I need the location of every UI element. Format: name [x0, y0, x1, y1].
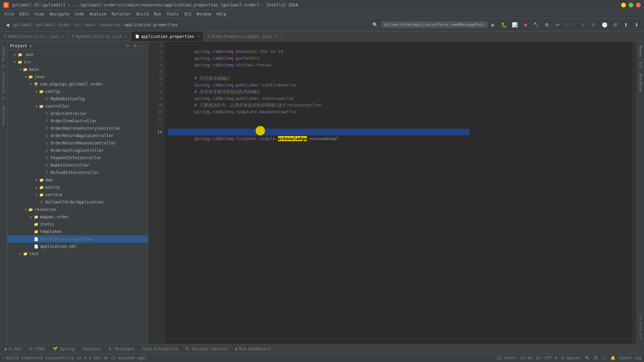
maximize-button[interactable] — [629, 3, 633, 7]
tree-item-myrabbitconfig[interactable]: ▶ C MyRabbitConfig — [7, 95, 148, 103]
tree-item-config[interactable]: ▼ 📂 config — [7, 88, 148, 95]
tree-item-package[interactable]: ▼ 📦 com.atguigu.gulimall.order — [7, 80, 148, 88]
project-settings-button[interactable]: ⚙ — [132, 43, 138, 49]
breadcrumb-resources[interactable]: resources — [99, 22, 120, 27]
git-clock-button[interactable]: 🕐 — [600, 20, 609, 29]
tree-item-static[interactable]: ▶ 📁 static — [7, 221, 148, 228]
bottom-tab-spring[interactable]: 🌱 Spring — [49, 345, 78, 353]
bottom-tab-messages[interactable]: 0: Messages — [105, 345, 138, 353]
editor-content[interactable]: 1 2 3 4 5 6 7 8 9 10 11 12 13 14 spring.… — [148, 42, 637, 344]
minimize-button[interactable] — [621, 3, 626, 7]
undo-button[interactable]: ↩ — [553, 20, 562, 29]
menu-navigate[interactable]: Navigate — [47, 11, 72, 17]
line-ending[interactable]: LF — [536, 356, 541, 360]
git-x-button[interactable]: ✗ — [589, 20, 598, 29]
tree-item-mvn[interactable]: ▶ 📁 .mvn — [7, 51, 148, 58]
menu-view[interactable]: View — [32, 11, 47, 17]
tree-item-java[interactable]: ▼ 📂 java — [7, 73, 148, 80]
structure-tab[interactable]: 2: Structure — [0, 70, 7, 102]
project-refresh-button[interactable]: ⟳ — [124, 43, 130, 49]
indent-info[interactable]: 4 spaces — [561, 356, 581, 360]
search-button[interactable]: 🔍 — [371, 20, 380, 29]
menu-help[interactable]: Help — [214, 11, 229, 17]
tree-item-app-properties[interactable]: ▶ 📄 application.properties — [7, 235, 148, 243]
database-tab[interactable]: Database — [637, 71, 644, 95]
tree-item-app-yml[interactable]: ▶ 📄 application.yml — [7, 243, 148, 250]
favorites-tab[interactable]: Favorites — [0, 103, 7, 128]
debug-button[interactable]: 🐛 — [499, 20, 509, 29]
tree-item-orderoperatehistory[interactable]: ▶ C OrderOperateHistoryController — [7, 125, 148, 132]
bottom-tab-version-control[interactable]: 9: Version Control — [182, 345, 231, 353]
tree-item-rabbitcontroller[interactable]: ▶ C RabbitController — [7, 162, 148, 169]
run-config[interactable]: GulimallOrderApplicationTests.sendMessag… — [381, 21, 487, 28]
tab-close-rabbit[interactable]: × — [62, 35, 64, 38]
tree-item-refundinfo[interactable]: ▶ C RefundInfoController — [7, 169, 148, 176]
git-revert-button[interactable]: ↺ — [610, 20, 620, 29]
menu-build[interactable]: Build — [134, 11, 151, 17]
build-button[interactable]: 🔨 — [532, 20, 541, 29]
breadcrumb-order[interactable]: gulimall-order — [37, 22, 70, 27]
project-tab[interactable]: 1: Project — [0, 43, 7, 70]
breadcrumb-src[interactable]: src — [74, 22, 82, 27]
menu-edit[interactable]: Edit — [17, 11, 32, 17]
tree-item-test[interactable]: ▶ 📁 test — [7, 250, 148, 257]
git-tab[interactable]: Git — [637, 59, 644, 71]
breadcrumb-gulimall[interactable]: gulimall — [13, 22, 33, 27]
tree-item-paymentinfo[interactable]: ▶ C PaymentInfoController — [7, 154, 148, 162]
event-log-label[interactable]: Event Log — [620, 356, 641, 360]
tree-item-orderreturnapply[interactable]: ▶ C OrderReturnApplyController — [7, 132, 148, 139]
tree-item-orderreturnreason[interactable]: ▶ C OrderReturnReasonController — [7, 139, 148, 147]
bottom-tab-todo[interactable]: 6: TODO — [26, 345, 48, 353]
tree-item-resources[interactable]: ▼ 📂 resources — [7, 206, 148, 213]
tree-item-orderitemcontroller[interactable]: ▶ C OrderItemController — [7, 117, 148, 125]
bottom-tab-java-enterprise[interactable]: Java Enterprise — [138, 345, 181, 353]
git-pull-button[interactable]: ⬇ — [632, 20, 641, 29]
git-check-button[interactable]: ✓ — [578, 20, 588, 29]
settings-button[interactable]: ⚙ — [542, 20, 552, 29]
bottom-tab-run-dashboard[interactable]: ▶ Run Dashboard — [232, 345, 274, 353]
spring-tab-label: 🌱 Spring — [53, 347, 75, 351]
coverage-button[interactable]: 📊 — [510, 20, 520, 29]
code-body[interactable]: spring.rabbitmq.host=192.168.56.10 sprin… — [165, 42, 632, 344]
breadcrumb-file[interactable]: application.properties — [124, 22, 178, 27]
run-button[interactable]: ▶ — [489, 20, 498, 29]
menu-analyze[interactable]: Analyze — [87, 11, 109, 17]
back-button[interactable]: ◀ — [3, 20, 12, 29]
close-button[interactable] — [636, 3, 641, 7]
tree-item-templates[interactable]: ▶ 📁 templates — [7, 228, 148, 235]
cursor-position[interactable]: 14:44 — [520, 356, 532, 360]
git-push-button[interactable]: ⬆ — [621, 20, 631, 29]
tree-item-mapper-order[interactable]: ▶ 📁 mapper.order — [7, 213, 148, 221]
tree-item-service[interactable]: ▶ 📁 service — [7, 191, 148, 198]
tab-close-myrabbit[interactable]: × — [125, 35, 127, 38]
menu-tools[interactable]: Tools — [164, 11, 181, 17]
encoding[interactable]: UTF-8 — [545, 356, 557, 360]
breadcrumb-main[interactable]: main — [85, 22, 95, 27]
tab-rabbit-controller[interactable]: C RabbitController.java × — [0, 32, 68, 41]
menu-refactor[interactable]: Refactor — [109, 11, 134, 17]
maven-tab[interactable]: Maven — [637, 43, 644, 59]
tree-item-src[interactable]: ▼ 📂 src — [7, 58, 148, 66]
project-collapse-button[interactable]: — — [139, 43, 145, 49]
tab-close-orderitem[interactable]: × — [275, 35, 277, 38]
line-num-4: 4 — [148, 62, 165, 68]
tab-order-item-service[interactable]: C OrderItemServiceImpl.java × — [204, 32, 281, 41]
tab-application-properties[interactable]: 📄 application.properties × — [131, 32, 204, 41]
tree-item-ordersetting[interactable]: ▶ C OrderSettingController — [7, 147, 148, 154]
tab-close-properties[interactable]: × — [197, 35, 199, 38]
tree-item-main[interactable]: ▼ 📂 main — [7, 66, 148, 73]
bottom-tab-run[interactable]: ▶ 4: Run — [1, 345, 25, 353]
menu-window[interactable]: Window — [194, 11, 214, 17]
tree-item-controller[interactable]: ▼ 📂 controller — [7, 103, 148, 110]
bottom-tab-terminal[interactable]: Terminal — [78, 345, 105, 353]
tree-item-entity[interactable]: ▶ 📁 entity — [7, 184, 148, 191]
tree-item-dao[interactable]: ▶ 📁 dao — [7, 176, 148, 184]
stop-button[interactable]: ■ — [521, 20, 530, 29]
tree-item-ordercontroller[interactable]: ▶ C OrderController — [7, 110, 148, 117]
menu-vcs[interactable]: VCS — [181, 11, 194, 17]
menu-file[interactable]: File — [2, 11, 17, 17]
tree-item-gulimallorderapp[interactable]: ▶ C GulimallOrderApplication — [7, 198, 148, 206]
menu-run[interactable]: Run — [151, 11, 164, 17]
menu-code[interactable]: Code — [72, 11, 87, 17]
tab-my-rabbit-config[interactable]: C MyRabbitConfig.java × — [68, 32, 131, 41]
